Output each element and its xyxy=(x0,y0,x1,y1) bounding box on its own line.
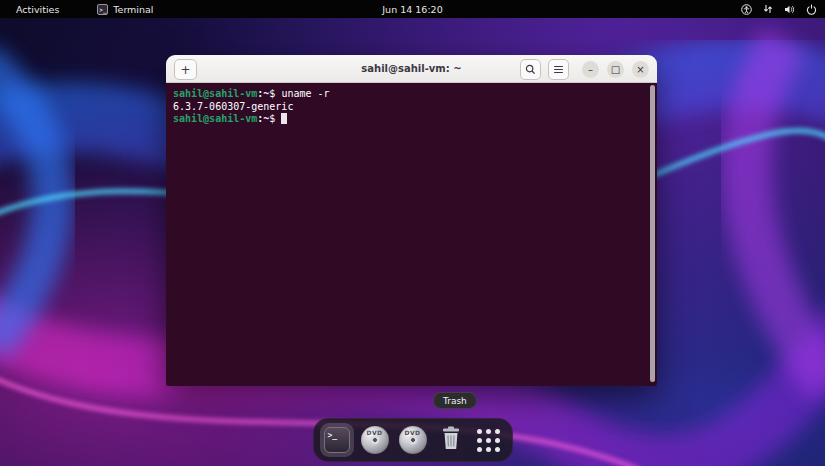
terminal-cursor xyxy=(281,113,287,124)
dock: >_ DVD DVD xyxy=(313,418,513,462)
dvd-disc-icon: DVD xyxy=(361,426,389,454)
dock-item-trash[interactable] xyxy=(434,423,468,457)
desktop: Activities >_ Terminal Jun 14 16:20 xyxy=(0,0,825,466)
tooltip: Trash xyxy=(433,392,477,409)
top-bar: Activities >_ Terminal Jun 14 16:20 xyxy=(0,0,825,18)
scrollbar-thumb[interactable] xyxy=(650,85,655,382)
trash-icon xyxy=(439,425,463,455)
new-tab-button[interactable]: + xyxy=(174,59,197,80)
terminal-line-prompt: sahil@sahil-vm:~$ xyxy=(173,113,647,126)
dock-item-terminal[interactable]: >_ xyxy=(320,423,354,457)
app-grid-icon xyxy=(477,429,500,452)
prompt-symbol: $ xyxy=(269,113,281,124)
terminal-app-icon: >_ xyxy=(324,427,350,453)
terminal-window: + sahil@sahil-vm: ~ – □ × xyxy=(166,55,657,386)
dock-item-dvd-1[interactable]: DVD xyxy=(358,423,392,457)
scrollbar[interactable] xyxy=(650,85,655,382)
terminal-line-output: 6.3.7-060307-generic xyxy=(173,101,647,114)
minimize-button[interactable]: – xyxy=(582,61,599,78)
accessibility-icon xyxy=(741,4,752,15)
search-icon xyxy=(525,60,536,79)
prompt-path: :~ xyxy=(257,113,269,124)
command-text: uname -r xyxy=(281,88,329,99)
hamburger-menu-icon xyxy=(554,66,563,73)
prompt-user: sahil@sahil-vm xyxy=(173,88,257,99)
terminal-body[interactable]: sahil@sahil-vm:~$ uname -r 6.3.7-060307-… xyxy=(166,83,657,386)
power-icon xyxy=(806,4,817,15)
dvd-disc-icon: DVD xyxy=(399,426,427,454)
app-menu[interactable]: >_ Terminal xyxy=(91,3,159,16)
prompt-user: sahil@sahil-vm xyxy=(173,113,257,124)
activities-button[interactable]: Activities xyxy=(10,3,65,16)
terminal-icon: >_ xyxy=(97,4,108,15)
close-button[interactable]: × xyxy=(632,61,649,78)
network-icon xyxy=(763,4,773,14)
prompt-symbol: $ xyxy=(269,88,281,99)
search-button[interactable] xyxy=(520,59,541,80)
output-text: 6.3.7-060307-generic xyxy=(173,101,293,112)
prompt-path: :~ xyxy=(257,88,269,99)
dock-item-app-grid[interactable] xyxy=(472,423,506,457)
app-menu-label: Terminal xyxy=(113,4,153,15)
maximize-button[interactable]: □ xyxy=(607,61,624,78)
menu-button[interactable] xyxy=(548,59,569,80)
dock-item-dvd-2[interactable]: DVD xyxy=(396,423,430,457)
clock[interactable]: Jun 14 16:20 xyxy=(374,3,450,16)
terminal-line-prompt: sahil@sahil-vm:~$ uname -r xyxy=(173,88,647,101)
system-status-area[interactable] xyxy=(741,0,817,18)
window-headerbar[interactable]: + sahil@sahil-vm: ~ – □ × xyxy=(166,55,657,83)
volume-icon xyxy=(784,4,795,15)
